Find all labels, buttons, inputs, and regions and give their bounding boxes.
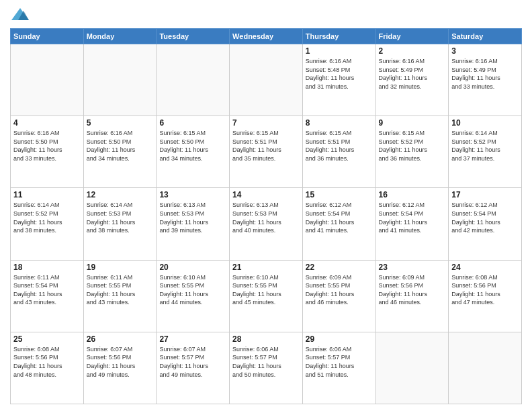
- cell-content: Sunrise: 6:16 AMSunset: 5:49 PMDaylight:…: [451, 57, 519, 91]
- calendar-cell: [449, 332, 522, 404]
- calendar-cell: [157, 44, 230, 116]
- day-number: 19: [87, 263, 154, 272]
- calendar-cell: 3Sunrise: 6:16 AMSunset: 5:49 PMDaylight…: [449, 44, 522, 116]
- calendar-cell: 23Sunrise: 6:09 AMSunset: 5:56 PMDayligh…: [375, 260, 449, 332]
- day-number: 17: [451, 190, 519, 199]
- day-number: 22: [306, 263, 373, 272]
- calendar-cell: 27Sunrise: 6:07 AMSunset: 5:57 PMDayligh…: [157, 332, 230, 404]
- day-number: 25: [13, 334, 81, 344]
- week-row-4: 18Sunrise: 6:11 AMSunset: 5:54 PMDayligh…: [11, 260, 522, 332]
- day-number: 27: [159, 334, 226, 344]
- day-number: 7: [232, 118, 300, 128]
- calendar-cell: 20Sunrise: 6:10 AMSunset: 5:55 PMDayligh…: [157, 260, 230, 332]
- weekday-header-monday: Monday: [83, 29, 157, 44]
- day-number: 2: [379, 46, 446, 56]
- calendar-cell: [230, 44, 303, 116]
- cell-content: Sunrise: 6:07 AMSunset: 5:57 PMDaylight:…: [159, 345, 226, 379]
- day-number: 21: [232, 263, 300, 272]
- cell-content: Sunrise: 6:07 AMSunset: 5:56 PMDaylight:…: [87, 345, 154, 379]
- calendar-cell: 29Sunrise: 6:06 AMSunset: 5:57 PMDayligh…: [302, 332, 375, 404]
- calendar-cell: 24Sunrise: 6:08 AMSunset: 5:56 PMDayligh…: [449, 260, 522, 332]
- calendar-cell: 26Sunrise: 6:07 AMSunset: 5:56 PMDayligh…: [83, 332, 157, 404]
- calendar-cell: 6Sunrise: 6:15 AMSunset: 5:50 PMDaylight…: [157, 116, 230, 188]
- day-number: 23: [379, 263, 446, 272]
- day-number: 1: [306, 46, 373, 56]
- calendar-cell: 4Sunrise: 6:16 AMSunset: 5:50 PMDaylight…: [11, 116, 84, 188]
- day-number: 15: [306, 190, 373, 199]
- cell-content: Sunrise: 6:12 AMSunset: 5:54 PMDaylight:…: [306, 201, 373, 234]
- day-number: 10: [451, 118, 519, 128]
- day-number: 13: [159, 190, 226, 199]
- calendar-cell: 15Sunrise: 6:12 AMSunset: 5:54 PMDayligh…: [302, 188, 375, 260]
- cell-content: Sunrise: 6:06 AMSunset: 5:57 PMDaylight:…: [232, 345, 300, 379]
- day-number: 6: [159, 118, 226, 128]
- day-number: 5: [87, 118, 154, 128]
- weekday-header-sunday: Sunday: [11, 29, 84, 44]
- calendar-cell: [375, 332, 449, 404]
- calendar-cell: [11, 44, 84, 116]
- day-number: 29: [306, 334, 373, 344]
- cell-content: Sunrise: 6:15 AMSunset: 5:50 PMDaylight:…: [159, 129, 226, 163]
- day-number: 3: [451, 46, 519, 56]
- cell-content: Sunrise: 6:16 AMSunset: 5:50 PMDaylight:…: [13, 129, 81, 163]
- day-number: 12: [87, 190, 154, 199]
- calendar-cell: 17Sunrise: 6:12 AMSunset: 5:54 PMDayligh…: [449, 188, 522, 260]
- cell-content: Sunrise: 6:15 AMSunset: 5:51 PMDaylight:…: [232, 129, 300, 163]
- cell-content: Sunrise: 6:13 AMSunset: 5:53 PMDaylight:…: [159, 201, 226, 234]
- day-number: 26: [87, 334, 154, 344]
- cell-content: Sunrise: 6:16 AMSunset: 5:49 PMDaylight:…: [379, 57, 446, 91]
- calendar-cell: 9Sunrise: 6:15 AMSunset: 5:52 PMDaylight…: [375, 116, 449, 188]
- day-number: 24: [451, 263, 519, 272]
- page: SundayMondayTuesdayWednesdayThursdayFrid…: [0, 0, 532, 411]
- day-number: 11: [13, 190, 81, 199]
- weekday-header-thursday: Thursday: [302, 29, 375, 44]
- cell-content: Sunrise: 6:10 AMSunset: 5:55 PMDaylight:…: [232, 273, 300, 307]
- calendar-cell: 18Sunrise: 6:11 AMSunset: 5:54 PMDayligh…: [11, 260, 84, 332]
- calendar-cell: 28Sunrise: 6:06 AMSunset: 5:57 PMDayligh…: [230, 332, 303, 404]
- calendar-cell: 13Sunrise: 6:13 AMSunset: 5:53 PMDayligh…: [157, 188, 230, 260]
- cell-content: Sunrise: 6:09 AMSunset: 5:56 PMDaylight:…: [379, 273, 446, 307]
- weekday-header-saturday: Saturday: [449, 29, 522, 44]
- cell-content: Sunrise: 6:11 AMSunset: 5:54 PMDaylight:…: [13, 273, 81, 307]
- day-number: 16: [379, 190, 446, 199]
- cell-content: Sunrise: 6:08 AMSunset: 5:56 PMDaylight:…: [13, 345, 81, 379]
- calendar-cell: 16Sunrise: 6:12 AMSunset: 5:54 PMDayligh…: [375, 188, 449, 260]
- day-number: 8: [306, 118, 373, 128]
- logo: [10, 7, 33, 23]
- calendar-cell: [83, 44, 157, 116]
- calendar-cell: 21Sunrise: 6:10 AMSunset: 5:55 PMDayligh…: [230, 260, 303, 332]
- cell-content: Sunrise: 6:14 AMSunset: 5:53 PMDaylight:…: [87, 201, 154, 234]
- calendar-cell: 11Sunrise: 6:14 AMSunset: 5:52 PMDayligh…: [11, 188, 84, 260]
- calendar-cell: 2Sunrise: 6:16 AMSunset: 5:49 PMDaylight…: [375, 44, 449, 116]
- weekday-header-friday: Friday: [375, 29, 449, 44]
- week-row-2: 4Sunrise: 6:16 AMSunset: 5:50 PMDaylight…: [11, 116, 522, 188]
- cell-content: Sunrise: 6:10 AMSunset: 5:55 PMDaylight:…: [159, 273, 226, 307]
- week-row-5: 25Sunrise: 6:08 AMSunset: 5:56 PMDayligh…: [11, 332, 522, 404]
- cell-content: Sunrise: 6:11 AMSunset: 5:55 PMDaylight:…: [87, 273, 154, 307]
- calendar-cell: 25Sunrise: 6:08 AMSunset: 5:56 PMDayligh…: [11, 332, 84, 404]
- day-number: 18: [13, 263, 81, 272]
- calendar-cell: 12Sunrise: 6:14 AMSunset: 5:53 PMDayligh…: [83, 188, 157, 260]
- calendar-cell: 8Sunrise: 6:15 AMSunset: 5:51 PMDaylight…: [302, 116, 375, 188]
- cell-content: Sunrise: 6:12 AMSunset: 5:54 PMDaylight:…: [379, 201, 446, 234]
- cell-content: Sunrise: 6:16 AMSunset: 5:50 PMDaylight:…: [87, 129, 154, 163]
- calendar-table: SundayMondayTuesdayWednesdayThursdayFrid…: [10, 28, 522, 404]
- weekday-header-row: SundayMondayTuesdayWednesdayThursdayFrid…: [11, 29, 522, 44]
- cell-content: Sunrise: 6:15 AMSunset: 5:52 PMDaylight:…: [379, 129, 446, 163]
- calendar-cell: 14Sunrise: 6:13 AMSunset: 5:53 PMDayligh…: [230, 188, 303, 260]
- cell-content: Sunrise: 6:14 AMSunset: 5:52 PMDaylight:…: [13, 201, 81, 234]
- day-number: 28: [232, 334, 300, 344]
- cell-content: Sunrise: 6:09 AMSunset: 5:55 PMDaylight:…: [306, 273, 373, 307]
- cell-content: Sunrise: 6:08 AMSunset: 5:56 PMDaylight:…: [451, 273, 519, 307]
- cell-content: Sunrise: 6:14 AMSunset: 5:52 PMDaylight:…: [451, 129, 519, 163]
- calendar-cell: 10Sunrise: 6:14 AMSunset: 5:52 PMDayligh…: [449, 116, 522, 188]
- cell-content: Sunrise: 6:13 AMSunset: 5:53 PMDaylight:…: [232, 201, 300, 234]
- day-number: 20: [159, 263, 226, 272]
- cell-content: Sunrise: 6:06 AMSunset: 5:57 PMDaylight:…: [306, 345, 373, 379]
- calendar-cell: 7Sunrise: 6:15 AMSunset: 5:51 PMDaylight…: [230, 116, 303, 188]
- logo-icon: [10, 7, 30, 23]
- header: [10, 7, 522, 23]
- cell-content: Sunrise: 6:16 AMSunset: 5:48 PMDaylight:…: [306, 57, 373, 91]
- calendar-cell: 22Sunrise: 6:09 AMSunset: 5:55 PMDayligh…: [302, 260, 375, 332]
- cell-content: Sunrise: 6:12 AMSunset: 5:54 PMDaylight:…: [451, 201, 519, 234]
